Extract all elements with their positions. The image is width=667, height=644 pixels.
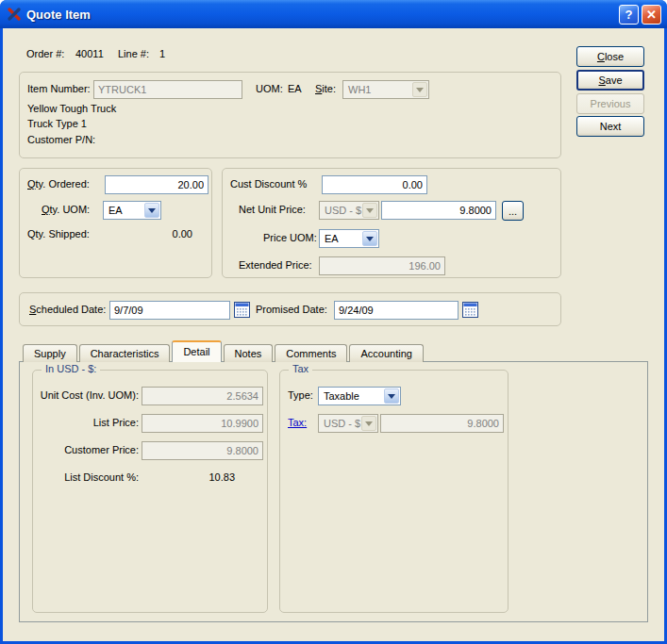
combo-dropdown-button <box>362 203 377 218</box>
net-unit-price-field[interactable] <box>381 201 496 220</box>
item-groupbox: Item Number: UOM: EA Site: WH1 Yellow To… <box>19 72 561 158</box>
cust-discount-label: Cust Discount % <box>230 178 307 190</box>
list-discount-label: List Discount %: <box>35 471 139 483</box>
qty-groupbox: Qty. Ordered: Qty. UOM: EA Qty. Shipped:… <box>19 168 212 278</box>
item-number-label: Item Number: <box>27 83 91 94</box>
detail-tab-panel: In USD - $: Unit Cost (Inv. UOM): List P… <box>19 361 648 622</box>
site-combobox: WH1 <box>342 80 429 99</box>
close-icon: ✕ <box>646 8 657 22</box>
combo-dropdown-button[interactable] <box>384 388 399 404</box>
question-mark-icon: ? <box>625 8 633 22</box>
line-number-value: 1 <box>159 48 165 59</box>
close-button[interactable]: Close <box>576 46 644 67</box>
net-unit-price-currency-combobox: USD - $ <box>319 201 379 220</box>
combo-dropdown-button <box>361 416 376 431</box>
save-button[interactable]: Save <box>576 70 644 91</box>
customer-pn-label: Customer P/N: <box>27 134 95 145</box>
qty-shipped-value: 0.00 <box>117 228 192 239</box>
list-price-label: List Price: <box>35 417 139 428</box>
tax-group-title: Tax <box>289 363 312 374</box>
promised-date-calendar-button[interactable] <box>462 302 478 318</box>
chevron-down-icon <box>148 208 156 213</box>
tab-comments[interactable]: Comments <box>275 344 347 362</box>
promised-date-label: Promised Date: <box>256 304 327 315</box>
qty-ordered-label: Qty. Ordered: <box>27 178 90 190</box>
tax-type-combobox-value: Taxable <box>324 390 359 402</box>
tab-notes[interactable]: Notes <box>224 344 274 362</box>
titlebar[interactable]: Quote Item ? ✕ <box>0 0 667 28</box>
qty-shipped-label: Qty. Shipped: <box>27 228 90 239</box>
chevron-down-icon <box>388 394 395 399</box>
cust-discount-field[interactable] <box>322 175 427 194</box>
chevron-down-icon <box>416 88 424 92</box>
tab-accounting[interactable]: Accounting <box>349 344 423 362</box>
qty-uom-combobox[interactable]: EA <box>103 201 161 220</box>
dialog-body: Order #: 40011 Line #: 1 Close Save Prev… <box>3 28 664 641</box>
chevron-down-icon <box>366 208 374 213</box>
uom-value: EA <box>288 83 302 94</box>
item-description-line1: Yellow Tough Truck <box>27 103 116 114</box>
list-discount-value: 10.83 <box>142 471 235 483</box>
tax-type-label: Type: <box>288 389 313 401</box>
site-label: Site: <box>315 83 336 94</box>
line-number-label: Line #: <box>118 48 149 59</box>
tax-groupbox: Tax Type: Taxable Tax: USD - $ <box>279 370 509 613</box>
combo-dropdown-button <box>412 82 427 97</box>
extended-price-label: Extended Price: <box>239 259 312 271</box>
tax-type-combobox[interactable]: Taxable <box>318 387 401 405</box>
calendar-icon <box>462 302 478 318</box>
dates-groupbox: Scheduled Date: Promised Date: <box>19 292 561 326</box>
net-unit-price-label: Net Unit Price: <box>239 204 306 215</box>
in-usd-group-title: In USD - $: <box>42 363 100 374</box>
calendar-icon <box>234 302 250 318</box>
in-usd-groupbox: In USD - $: Unit Cost (Inv. UOM): List P… <box>32 370 268 613</box>
item-number-field <box>93 80 242 99</box>
site-combobox-value: WH1 <box>348 84 371 95</box>
extended-price-field <box>319 256 445 275</box>
combo-dropdown-button[interactable] <box>144 203 159 218</box>
tab-bar: Supply Characteristics Detail Notes Comm… <box>23 340 425 362</box>
previous-button: Previous <box>576 93 644 114</box>
app-icon <box>7 7 22 22</box>
scheduled-date-label: Scheduled Date: <box>29 304 106 315</box>
qty-uom-combobox-value: EA <box>108 205 123 216</box>
scheduled-date-calendar-button[interactable] <box>234 302 250 318</box>
help-button[interactable]: ? <box>619 5 639 25</box>
uom-label: UOM: <box>256 83 283 94</box>
tax-currency-combobox: USD - $ <box>318 414 378 433</box>
chevron-down-icon <box>366 237 374 241</box>
qty-ordered-field[interactable] <box>105 175 208 194</box>
chevron-down-icon <box>365 421 373 426</box>
window-title: Quote Item <box>26 8 619 22</box>
tax-link[interactable]: Tax: <box>288 417 307 428</box>
order-number-label: Order #: <box>26 48 64 59</box>
order-number-value: 40011 <box>75 48 104 59</box>
tab-supply[interactable]: Supply <box>23 344 77 362</box>
list-price-field <box>142 414 263 433</box>
combo-dropdown-button[interactable] <box>362 231 377 246</box>
price-uom-combobox-value: EA <box>325 233 339 244</box>
unit-cost-field <box>142 387 263 405</box>
next-button[interactable]: Next <box>576 116 644 137</box>
price-list-ellipsis-button[interactable]: ... <box>502 201 524 221</box>
pricing-groupbox: Cust Discount % Net Unit Price: USD - $ … <box>222 168 561 278</box>
promised-date-field[interactable] <box>334 301 459 320</box>
price-uom-combobox[interactable]: EA <box>319 229 379 248</box>
customer-price-label: Customer Price: <box>35 444 139 455</box>
tab-characteristics[interactable]: Characteristics <box>79 344 171 362</box>
scheduled-date-field[interactable] <box>109 301 230 320</box>
currency-combobox-value: USD - $ <box>325 205 361 216</box>
tab-detail[interactable]: Detail <box>172 340 221 362</box>
quote-item-window: Quote Item ? ✕ Order #: 40011 Line #: 1 … <box>0 0 667 644</box>
qty-uom-label: Qty. UOM: <box>42 204 90 215</box>
customer-price-field <box>142 441 263 460</box>
tax-currency-combobox-value: USD - $ <box>324 418 360 429</box>
unit-cost-label: Unit Cost (Inv. UOM): <box>35 389 139 401</box>
tax-amount-field <box>380 414 504 433</box>
item-description-line2: Truck Type 1 <box>27 118 87 129</box>
price-uom-label: Price UOM: <box>263 232 317 243</box>
close-window-button[interactable]: ✕ <box>642 5 661 25</box>
